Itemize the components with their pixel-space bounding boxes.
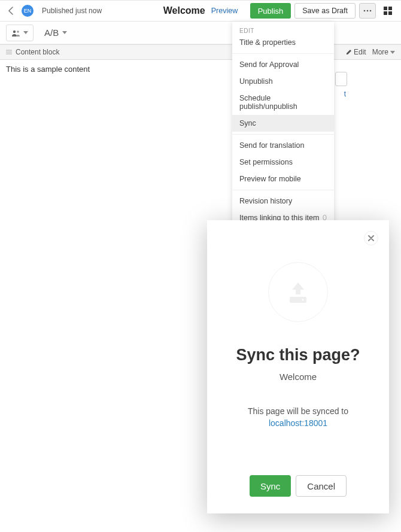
ab-test-button[interactable]: A/B: [38, 25, 73, 41]
modal-heading: Sync this page?: [236, 346, 360, 364]
svg-point-18: [302, 299, 304, 301]
menu-item-title-properties[interactable]: Title & properties: [232, 34, 334, 51]
actions-menu: EDIT Title & properties Send for Approva…: [232, 22, 334, 252]
ellipsis-icon: [363, 10, 372, 12]
modal-cancel-button[interactable]: Cancel: [296, 475, 347, 497]
block-edit-link[interactable]: Edit: [346, 48, 366, 56]
subbar: A/B: [0, 22, 401, 44]
svg-rect-4: [388, 7, 392, 10]
grid-icon: [384, 7, 392, 15]
back-button[interactable]: [5, 5, 17, 17]
menu-item-send-approval[interactable]: Send for Approval: [232, 56, 334, 73]
pencil-icon: [346, 49, 352, 55]
more-actions-button[interactable]: [359, 3, 376, 19]
svg-point-2: [370, 10, 372, 12]
close-icon: [368, 235, 374, 241]
menu-item-send-translation[interactable]: Send for translation: [232, 137, 334, 154]
sync-modal: Sync this page? Welcome This page will b…: [207, 220, 389, 513]
chevron-down-icon: [23, 31, 28, 34]
menu-separator: [232, 53, 334, 54]
modal-close-button[interactable]: [364, 231, 378, 245]
menu-item-preview-mobile[interactable]: Preview for mobile: [232, 171, 334, 187]
menu-separator: [232, 190, 334, 190]
svg-rect-5: [384, 11, 387, 15]
svg-rect-3: [384, 7, 387, 10]
svg-point-7: [13, 30, 16, 32]
language-badge[interactable]: EN: [22, 5, 34, 17]
menu-item-sync[interactable]: Sync: [232, 115, 334, 132]
svg-rect-17: [290, 297, 306, 303]
chevron-down-icon: [390, 51, 395, 54]
chevron-down-icon: [62, 31, 67, 34]
drag-handle-icon[interactable]: [6, 49, 12, 55]
content-block-header: Content block Edit More: [0, 44, 401, 60]
personas-button[interactable]: [6, 25, 34, 41]
svg-point-8: [17, 31, 19, 33]
tree-search-input[interactable]: [335, 72, 347, 86]
menu-item-schedule[interactable]: Schedule publish/unpublish: [232, 90, 334, 115]
svg-point-1: [367, 10, 369, 12]
upload-icon: [268, 262, 328, 322]
menu-section-edit: EDIT: [232, 22, 334, 34]
menu-separator: [232, 134, 334, 135]
svg-point-0: [364, 10, 366, 12]
modal-description-text: This page will be synced to: [248, 406, 348, 416]
menu-item-revision-history[interactable]: Revision history: [232, 193, 334, 209]
preview-link[interactable]: Preview: [211, 7, 238, 15]
modal-description: This page will be synced to localhost:18…: [248, 406, 348, 429]
tree-truncated-label: t: [344, 90, 346, 98]
page-title: Welcome: [163, 5, 205, 16]
ab-label: A/B: [44, 28, 59, 38]
topbar: EN Published just now Welcome Preview Pu…: [0, 0, 401, 22]
publish-status: Published just now: [42, 7, 102, 15]
block-more-label: More: [372, 48, 388, 56]
modal-host-link[interactable]: localhost:18001: [269, 418, 327, 428]
content-block-title: Content block: [16, 48, 59, 56]
svg-rect-6: [388, 11, 392, 15]
menu-item-unpublish[interactable]: Unpublish: [232, 73, 334, 90]
menu-item-set-permissions[interactable]: Set permissions: [232, 154, 334, 171]
modal-sync-button[interactable]: Sync: [250, 475, 291, 497]
publish-button[interactable]: Publish: [250, 3, 291, 19]
block-edit-label: Edit: [354, 48, 366, 56]
dashboard-button[interactable]: [379, 3, 396, 19]
modal-page-name: Welcome: [280, 372, 317, 382]
save-draft-button[interactable]: Save as Draft: [294, 3, 356, 19]
users-icon: [11, 29, 21, 37]
block-more-link[interactable]: More: [372, 48, 395, 56]
